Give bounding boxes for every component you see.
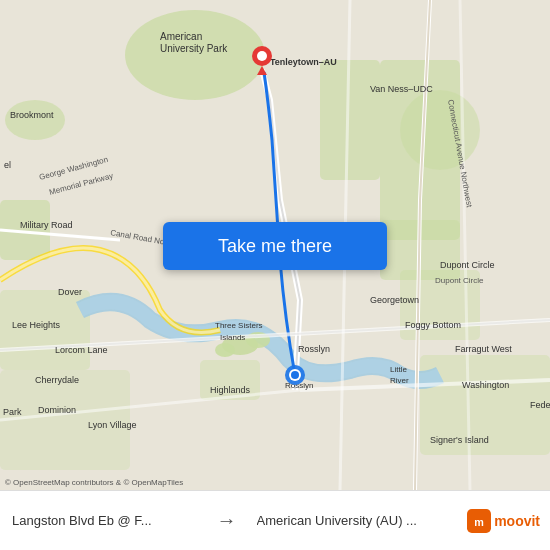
svg-point-4 [5,100,65,140]
svg-text:Lyon Village: Lyon Village [88,420,137,430]
svg-point-54 [257,51,267,61]
svg-text:Farragut West: Farragut West [455,344,512,354]
svg-text:Lee Heights: Lee Heights [12,320,61,330]
bottom-bar: Langston Blvd Eb @ F... → American Unive… [0,490,550,550]
svg-point-52 [291,371,299,379]
svg-text:el: el [4,160,11,170]
svg-text:Dominion: Dominion [38,405,76,415]
svg-text:University Park: University Park [160,43,228,54]
svg-text:Georgetown: Georgetown [370,295,419,305]
map-container: American University Park Tenleytown–AU V… [0,0,550,490]
svg-text:Military Road: Military Road [20,220,73,230]
svg-text:Lorcom Lane: Lorcom Lane [55,345,108,355]
svg-point-1 [125,10,265,100]
svg-text:Signer's Island: Signer's Island [430,435,489,445]
svg-text:Cherrydale: Cherrydale [35,375,79,385]
from-stop: Langston Blvd Eb @ F... [0,505,209,536]
svg-text:Little: Little [390,365,407,374]
moovit-icon: m [467,509,491,533]
svg-point-15 [215,343,235,357]
svg-text:Rosslyn: Rosslyn [298,344,330,354]
svg-text:Tenleytown–AU: Tenleytown–AU [270,57,337,67]
svg-text:Dover: Dover [58,287,82,297]
to-stop-label: American University (AU) ... [257,513,442,528]
svg-text:River: River [390,376,409,385]
direction-arrow: → [217,509,237,532]
from-stop-label: Langston Blvd Eb @ F... [12,513,197,528]
svg-text:Foggy Bottom: Foggy Bottom [405,320,461,330]
svg-text:American: American [160,31,202,42]
svg-text:Park: Park [3,407,22,417]
arrow-icon: → [209,509,245,532]
svg-text:Dupont Circle: Dupont Circle [440,260,495,270]
moovit-label: moovit [494,513,540,529]
svg-text:Three Sisters: Three Sisters [215,321,263,330]
svg-text:Washington: Washington [462,380,509,390]
to-stop: American University (AU) ... [245,505,454,536]
svg-point-7 [400,90,480,170]
svg-text:Islands: Islands [220,333,245,342]
svg-text:Brookmont: Brookmont [10,110,54,120]
svg-text:Dupont Circle: Dupont Circle [435,276,484,285]
take-me-there-button[interactable]: Take me there [163,222,387,270]
svg-text:m: m [474,515,484,527]
svg-text:Fede: Fede [530,400,550,410]
moovit-logo: m moovit [453,509,550,533]
svg-text:Highlands: Highlands [210,385,251,395]
svg-text:Van Ness–UDC: Van Ness–UDC [370,84,433,94]
svg-rect-2 [320,60,380,180]
svg-text:© OpenStreetMap contributors &: © OpenStreetMap contributors & © OpenMap… [5,478,183,487]
